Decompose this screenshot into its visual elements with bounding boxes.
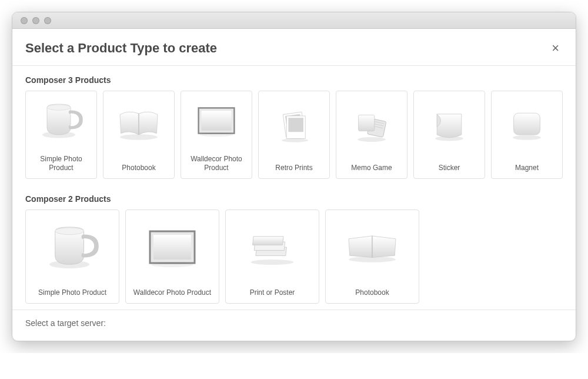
product-card-label: Photobook (352, 284, 392, 303)
polaroids-icon (259, 91, 329, 159)
svg-rect-19 (514, 113, 540, 135)
product-card-label: Walldecor Photo Product (181, 150, 252, 178)
traffic-zoom-icon[interactable] (44, 17, 51, 24)
svg-rect-15 (359, 115, 375, 131)
product-card-photobook[interactable]: Photobook (103, 91, 175, 179)
target-server-label: Select a target server: (12, 310, 576, 341)
section-title: Composer 2 Products (25, 194, 563, 204)
book-open-flat-icon (326, 210, 419, 284)
rounded-rect-icon (492, 91, 562, 159)
product-card-simple-photo-product[interactable]: Simple Photo Product (25, 91, 97, 179)
canvas-icon (126, 210, 219, 284)
svg-rect-4 (201, 111, 231, 131)
mug-icon (26, 91, 96, 150)
svg-point-21 (55, 227, 84, 234)
product-card-label: Print or Poster (246, 284, 299, 303)
tiles-icon (336, 91, 407, 159)
product-card-label: Sticker (435, 159, 464, 178)
product-card-magnet[interactable]: Magnet (491, 91, 563, 179)
product-card-label: Simple Photo Product (35, 284, 110, 303)
product-section: Composer 3 Products Simple Photo Product… (12, 66, 576, 185)
product-card-retro-prints[interactable]: Retro Prints (258, 91, 330, 179)
product-card-label: Simple Photo Product (26, 150, 96, 178)
product-card-sticker[interactable]: Sticker (413, 91, 485, 179)
titlebar (12, 12, 576, 29)
svg-point-10 (282, 138, 308, 142)
svg-rect-23 (153, 235, 191, 260)
svg-point-18 (513, 135, 541, 139)
product-card-label: Magnet (512, 159, 542, 178)
product-card-label: Memo Game (348, 159, 395, 178)
product-card-simple-photo-product-2[interactable]: Simple Photo Product (25, 210, 119, 304)
mug-icon (26, 210, 119, 284)
peel-icon (414, 91, 485, 159)
stack-icon (226, 210, 319, 284)
product-card-label: Walldecor Photo Product (130, 284, 215, 303)
close-icon[interactable]: × (548, 39, 563, 57)
book-open-icon (103, 91, 174, 159)
product-card-row: Simple Photo Product Photobook Walldecor… (25, 91, 563, 179)
svg-point-24 (151, 262, 193, 267)
product-section: Composer 2 Products Simple Photo Product… (12, 185, 576, 310)
svg-point-16 (358, 137, 386, 142)
product-card-label: Retro Prints (272, 159, 316, 178)
canvas-icon (181, 91, 252, 150)
product-card-walldecor[interactable]: Walldecor Photo Product (181, 91, 252, 179)
traffic-close-icon[interactable] (21, 17, 28, 24)
traffic-minimize-icon[interactable] (32, 17, 39, 24)
svg-rect-28 (253, 236, 283, 245)
product-card-print-poster[interactable]: Print or Poster (225, 210, 319, 304)
app-window: Select a Product Type to create × Compos… (12, 12, 576, 341)
svg-point-2 (120, 134, 158, 140)
page-title: Select a Product Type to create (25, 41, 217, 56)
header-row: Select a Product Type to create × (12, 29, 576, 65)
product-card-photobook-2[interactable]: Photobook (325, 210, 419, 304)
product-card-row: Simple Photo Product Walldecor Photo Pro… (25, 210, 563, 304)
svg-point-5 (199, 133, 233, 137)
svg-point-25 (251, 259, 294, 264)
section-title: Composer 3 Products (25, 75, 563, 85)
content-area: Select a Product Type to create × Compos… (12, 29, 576, 341)
product-card-memo-game[interactable]: Memo Game (336, 91, 407, 179)
svg-rect-9 (288, 118, 303, 132)
product-card-walldecor-2[interactable]: Walldecor Photo Product (125, 210, 219, 304)
svg-point-1 (47, 105, 71, 111)
product-card-label: Photobook (118, 159, 159, 178)
